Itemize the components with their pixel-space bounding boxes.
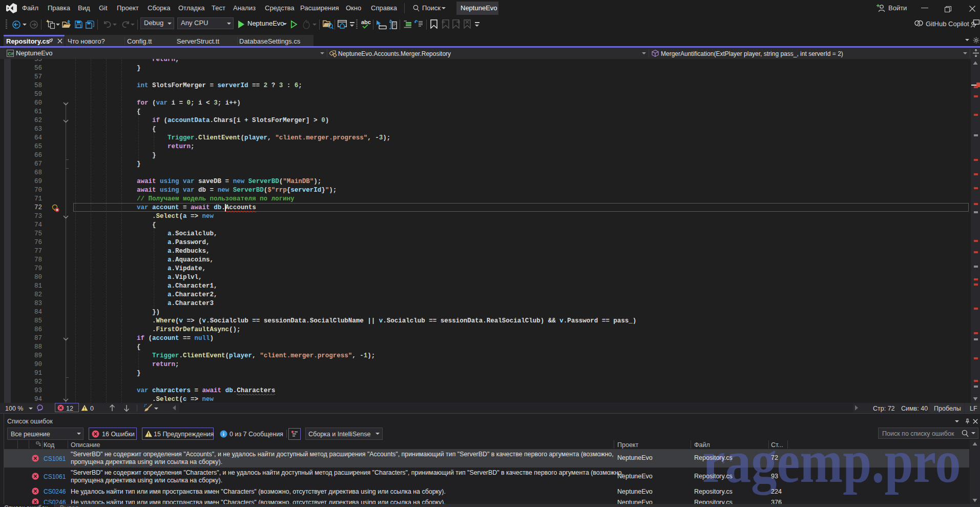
svg-text:C#: C#: [8, 51, 14, 56]
